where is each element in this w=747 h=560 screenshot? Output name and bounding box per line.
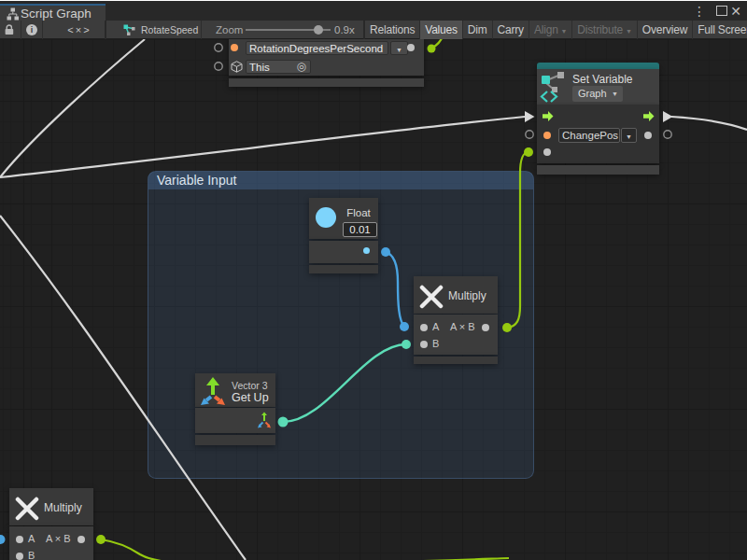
node-title: Multiply	[448, 289, 486, 302]
wire-end-cyan	[402, 340, 411, 349]
variable-name-dropdown[interactable]: ▼	[621, 128, 637, 143]
scope-dropdown[interactable]: Graph▼	[572, 86, 623, 102]
port-b[interactable]	[16, 553, 23, 560]
wire-end-lime	[428, 45, 436, 53]
port-out-value[interactable]	[644, 132, 652, 139]
port-a[interactable]	[420, 324, 428, 331]
port-variable-out[interactable]	[407, 44, 415, 51]
port-result-label: A × B	[450, 321, 475, 332]
port-b-label: B	[432, 338, 439, 349]
node-subtitle: Vector 3	[232, 380, 268, 391]
variable-name-dropdown[interactable]: ▼	[390, 41, 408, 55]
node-float-literal[interactable]: Float 0.01	[309, 198, 378, 273]
multiply-x-icon	[15, 497, 39, 521]
wire-end-lime	[524, 147, 533, 157]
toolbar: i <×> RotateSpeed Zoom 0.9x Relations Va…	[0, 21, 747, 39]
node-title: Float	[341, 207, 376, 218]
flow-arrow-out	[663, 111, 673, 122]
wire-end-cyan	[278, 417, 289, 427]
node-title: Multiply	[44, 501, 82, 514]
toolbar-button-overview[interactable]: Overview	[638, 21, 693, 39]
toolbar-button-carry[interactable]: Carry	[493, 21, 529, 39]
port-ring	[526, 131, 533, 138]
port-float-out[interactable]	[363, 247, 370, 254]
wire-end-blue	[400, 322, 409, 331]
object-picker-icon[interactable]: ◎	[297, 61, 306, 72]
chevron-down-icon: ▼	[626, 133, 632, 140]
info-icon[interactable]: i	[26, 24, 37, 35]
variable-name-field[interactable]: ChangePos	[558, 128, 620, 143]
port-a-label: A	[28, 533, 35, 544]
lock-icon[interactable]	[3, 23, 16, 36]
port-ring	[215, 44, 222, 51]
node-footer	[309, 265, 378, 273]
port-b[interactable]	[420, 341, 428, 348]
tab-title: Script Graph	[21, 7, 92, 21]
code-view-button[interactable]: <×>	[65, 21, 93, 39]
node-title: Set Variable	[572, 73, 632, 86]
wire-cyan-getup-to-multiply	[283, 344, 406, 422]
flow-arrow-in	[525, 111, 535, 122]
node-set-variable[interactable]: Set Variable Graph▼ ChangePos ▼	[537, 63, 659, 175]
toolbar-button-distribute[interactable]: Distribute▼	[572, 21, 637, 39]
target-field[interactable]: This◎	[246, 60, 311, 74]
port-ring	[215, 63, 222, 70]
port-result-label: A × B	[46, 533, 71, 544]
zoom-slider-handle[interactable]	[314, 25, 323, 35]
toolbar-button-align[interactable]: Align▼	[529, 21, 572, 39]
port-a[interactable]	[16, 536, 23, 543]
set-variable-icon	[539, 70, 572, 104]
graph-name-label: RotateSpeed	[141, 21, 198, 39]
wire-end-blue	[381, 247, 390, 257]
multiply-x-icon	[419, 285, 444, 309]
chevron-down-icon: ▼	[626, 28, 632, 35]
node-title: Get Up	[232, 391, 269, 404]
toolbar-button-fullscreen[interactable]: Full Screen	[693, 21, 747, 39]
wire-white-topleft	[0, 39, 145, 177]
float-value-field[interactable]: 0.01	[343, 222, 377, 237]
graph-asset-icon	[123, 24, 136, 37]
zoom-label: Zoom	[216, 21, 243, 39]
maximize-icon[interactable]	[716, 6, 727, 16]
wire-lime-bottom	[101, 539, 509, 560]
tab-script-graph[interactable]: Script Graph	[0, 4, 106, 21]
menu-dots-icon[interactable]: ⋮	[693, 4, 706, 19]
node-get-variable[interactable]: RotationDegreesPerSecond ▼ This◎	[229, 34, 424, 87]
close-icon[interactable]: ✕	[730, 4, 741, 19]
wire-white-to-setvariable	[0, 117, 525, 177]
port-input[interactable]	[543, 148, 551, 156]
graph-hierarchy-icon	[7, 7, 20, 21]
chevron-down-icon: ▼	[396, 47, 402, 53]
node-footer	[537, 165, 659, 175]
node-get-up[interactable]: Vector 3 Get Up	[195, 373, 275, 445]
node-footer	[414, 357, 498, 364]
wire-end-blue	[0, 535, 6, 544]
port-a-label: A	[432, 321, 439, 332]
node-footer	[229, 78, 424, 87]
vector3-mini-icon[interactable]	[256, 412, 273, 428]
port-variable-value[interactable]	[543, 132, 551, 139]
wire-end-lime	[502, 323, 512, 332]
wire-white-from-setvariable	[671, 117, 747, 130]
node-footer	[195, 435, 275, 445]
port-b-label: B	[28, 550, 35, 560]
node-multiply-center[interactable]: Multiply A A × B B	[414, 276, 498, 364]
port-ring	[664, 131, 671, 138]
vector3-arrows-icon	[198, 374, 230, 406]
flow-in-arrow-icon[interactable]	[543, 111, 554, 121]
port-result[interactable]	[482, 324, 489, 331]
toolbar-button-relations[interactable]: Relations	[365, 21, 420, 39]
variable-name-field[interactable]: RotationDegreesPerSecond	[246, 41, 388, 55]
flow-out-arrow-icon[interactable]	[643, 111, 655, 121]
wire-lime-multiply-to-setvariable	[507, 152, 529, 328]
wire-blue-float-to-multiply	[386, 252, 404, 327]
zoom-value: 0.9x	[334, 21, 355, 39]
port-variable-value[interactable]	[231, 44, 238, 51]
port-result[interactable]	[78, 536, 85, 543]
toolbar-button-dim[interactable]: Dim	[463, 21, 493, 39]
toolbar-button-values[interactable]: Values	[420, 21, 463, 39]
wire-end-lime	[96, 535, 106, 544]
float-icon	[316, 207, 336, 228]
chevron-down-icon: ▼	[612, 86, 618, 102]
node-multiply-bottom[interactable]: Multiply A A × B B	[9, 488, 93, 560]
